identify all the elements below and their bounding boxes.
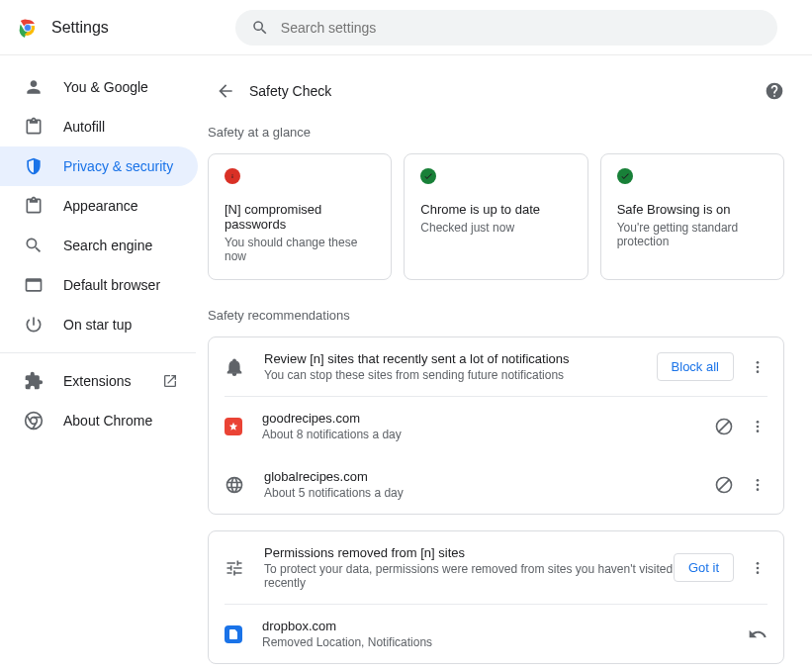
sidebar: You & Google Autofill Privacy & security… bbox=[0, 55, 208, 671]
tune-icon bbox=[225, 558, 244, 578]
more-menu-button[interactable] bbox=[748, 475, 767, 495]
chrome-logo-icon bbox=[16, 16, 40, 40]
card-subtitle: You're getting standard protection bbox=[617, 221, 767, 248]
back-button[interactable] bbox=[208, 73, 243, 109]
card-title: [N] compromised passwords bbox=[225, 202, 375, 232]
site-subtitle: Removed Location, Notifications bbox=[262, 635, 734, 649]
more-menu-button[interactable] bbox=[748, 357, 767, 377]
card-title: Safe Browsing is on bbox=[617, 202, 767, 217]
card-title: Chrome is up to date bbox=[420, 202, 571, 217]
site-name: goodrecipes.com bbox=[262, 411, 700, 426]
help-button[interactable] bbox=[765, 81, 784, 101]
notifications-header-row: Review [n] sites that recently sent a lo… bbox=[209, 337, 783, 396]
person-icon bbox=[24, 77, 44, 97]
search-box[interactable] bbox=[235, 10, 777, 46]
site-favicon-icon bbox=[225, 418, 242, 435]
sidebar-item-search-engine[interactable]: Search engine bbox=[0, 226, 198, 265]
appearance-icon bbox=[24, 196, 44, 216]
sidebar-item-autofill[interactable]: Autofill bbox=[0, 107, 198, 146]
row-title: Permissions removed from [n] sites bbox=[264, 545, 674, 560]
open-external-icon bbox=[162, 373, 178, 389]
main-content: Safety Check Safety at a glance [N] comp… bbox=[208, 55, 812, 671]
row-subtitle: To protect your data, permissions were r… bbox=[264, 562, 674, 590]
section-title-recommendations: Safety recommendations bbox=[208, 308, 784, 323]
sidebar-label: Extensions bbox=[63, 373, 162, 389]
block-site-button[interactable] bbox=[714, 475, 734, 495]
alert-icon bbox=[225, 168, 240, 184]
power-icon bbox=[24, 315, 44, 335]
sidebar-item-extensions[interactable]: Extensions bbox=[0, 361, 198, 401]
sidebar-separator bbox=[0, 352, 196, 353]
notifications-panel: Review [n] sites that recently sent a lo… bbox=[208, 336, 784, 515]
permissions-header-row: Permissions removed from [n] sites To pr… bbox=[209, 531, 783, 604]
page-title: Safety Check bbox=[249, 83, 765, 99]
sidebar-item-on-startup[interactable]: On star tup bbox=[0, 305, 198, 344]
sidebar-label: Privacy & security bbox=[63, 158, 178, 174]
site-subtitle: About 5 notifications a day bbox=[264, 486, 700, 500]
bell-icon bbox=[225, 357, 244, 377]
site-favicon-icon bbox=[225, 625, 242, 643]
sidebar-label: Autofill bbox=[63, 119, 178, 135]
chrome-icon bbox=[24, 411, 44, 431]
card-safe-browsing[interactable]: Safe Browsing is on You're getting stand… bbox=[600, 153, 784, 280]
more-menu-button[interactable] bbox=[748, 558, 767, 578]
site-name: globalrecipes.com bbox=[264, 469, 700, 484]
globe-icon bbox=[225, 475, 244, 495]
row-title: Review [n] sites that recently sent a lo… bbox=[264, 351, 657, 366]
shield-icon bbox=[24, 156, 44, 176]
app-header: Settings bbox=[0, 0, 812, 55]
sidebar-label: Appearance bbox=[63, 198, 178, 214]
glance-cards: [N] compromised passwords You should cha… bbox=[208, 153, 784, 280]
card-compromised-passwords[interactable]: [N] compromised passwords You should cha… bbox=[208, 153, 392, 280]
sidebar-item-privacy-security[interactable]: Privacy & security bbox=[0, 146, 198, 186]
page-header: Safety Check bbox=[208, 71, 784, 111]
card-subtitle: You should change these now bbox=[225, 236, 375, 263]
sidebar-item-you-and-google[interactable]: You & Google bbox=[0, 67, 198, 107]
clipboard-icon bbox=[24, 117, 44, 137]
block-all-button[interactable]: Block all bbox=[657, 352, 734, 381]
extension-icon bbox=[24, 371, 44, 391]
site-row: goodrecipes.com About 8 notifications a … bbox=[209, 397, 783, 455]
block-site-button[interactable] bbox=[714, 417, 734, 436]
check-icon bbox=[420, 168, 436, 184]
sidebar-label: About Chrome bbox=[63, 413, 178, 429]
section-title-glance: Safety at a glance bbox=[208, 125, 784, 140]
got-it-button[interactable]: Got it bbox=[674, 553, 734, 582]
card-subtitle: Checked just now bbox=[420, 221, 571, 235]
site-subtitle: About 8 notifications a day bbox=[262, 428, 700, 441]
site-row: globalrecipes.com About 5 notifications … bbox=[209, 455, 783, 514]
sidebar-item-appearance[interactable]: Appearance bbox=[0, 186, 198, 226]
site-row: dropbox.com Removed Location, Notificati… bbox=[209, 605, 783, 663]
undo-button[interactable] bbox=[748, 624, 767, 644]
sidebar-item-about-chrome[interactable]: About Chrome bbox=[0, 401, 198, 440]
row-subtitle: You can stop these sites from sending fu… bbox=[264, 368, 657, 382]
search-icon bbox=[251, 19, 269, 37]
sidebar-label: Search engine bbox=[63, 238, 178, 253]
sidebar-item-default-browser[interactable]: Default browser bbox=[0, 265, 198, 305]
sidebar-label: On star tup bbox=[63, 317, 178, 333]
search-engine-icon bbox=[24, 236, 44, 255]
sidebar-label: You & Google bbox=[63, 79, 178, 95]
browser-icon bbox=[24, 275, 44, 295]
card-chrome-up-to-date[interactable]: Chrome is up to date Checked just now bbox=[404, 153, 587, 280]
search-input[interactable] bbox=[281, 20, 762, 36]
site-name: dropbox.com bbox=[262, 619, 734, 633]
sidebar-label: Default browser bbox=[63, 277, 178, 293]
check-icon bbox=[617, 168, 633, 184]
permissions-panel: Permissions removed from [n] sites To pr… bbox=[208, 530, 784, 664]
more-menu-button[interactable] bbox=[748, 417, 767, 436]
app-title: Settings bbox=[51, 19, 109, 37]
